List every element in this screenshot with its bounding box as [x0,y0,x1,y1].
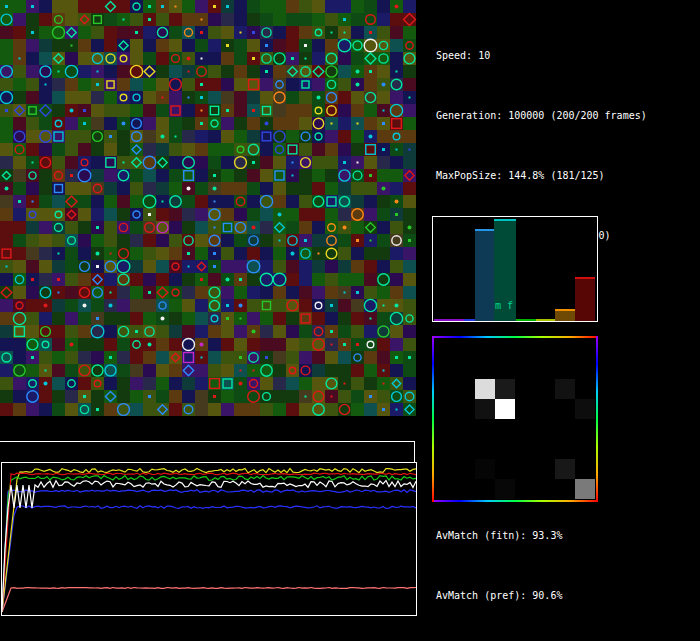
terrain-cell [299,260,312,273]
terrain-cell [182,143,195,156]
terrain-cell [169,364,182,377]
organism [109,304,113,308]
terrain-cell [13,260,26,273]
terrain-cell [130,260,143,273]
terrain-cell [390,260,403,273]
terrain-cell [286,39,299,52]
matrix-cell [435,359,455,379]
terrain-cell [195,377,208,390]
terrain-cell [377,390,390,403]
terrain-cell [52,91,65,104]
terrain-cell [286,78,299,91]
terrain-cell [286,130,299,143]
terrain-cell [130,221,143,234]
matrix-cell [435,399,455,419]
organism [83,109,86,112]
terrain-cell [104,208,117,221]
terrain-cell [338,182,351,195]
organism [148,18,151,21]
terrain-cell [377,156,390,169]
terrain-cell [221,286,234,299]
terrain-cell [26,260,39,273]
terrain-cell [403,195,416,208]
matrix-cell [475,419,495,439]
terrain-cell [91,169,104,182]
terrain-cell [208,364,221,377]
terrain-cell [221,195,234,208]
terrain-cell [78,234,91,247]
organism [383,110,385,112]
species-bar-orange [555,309,575,321]
terrain-cell [208,39,221,52]
terrain-cell [247,91,260,104]
terrain-cell [143,104,156,117]
terrain-cell [338,325,351,338]
terrain-cell [130,247,143,260]
terrain-cell [273,130,286,143]
terrain-cell [52,104,65,117]
terrain-cell [247,182,260,195]
terrain-cell [182,39,195,52]
terrain-cell [104,143,117,156]
terrain-cell [130,182,143,195]
terrain-cell [299,299,312,312]
terrain-cell [156,65,169,78]
terrain-cell [273,0,286,13]
organism [96,408,99,411]
terrain-cell [130,195,143,208]
terrain-cell [156,52,169,65]
species-bar-yellowgreen [536,319,555,321]
terrain-cell [338,104,351,117]
organism [343,226,347,230]
terrain-cell [221,182,234,195]
terrain-cell [104,182,117,195]
matrix-cell [515,379,535,399]
matrix-cell [495,399,515,419]
terrain-cell [65,52,78,65]
organism [122,122,126,126]
terrain-cell [130,312,143,325]
stat-avmatch-pref: AvMatch (pref): 90.6% [436,586,696,606]
terrain-cell [156,117,169,130]
terrain-cell [26,377,39,390]
terrain-cell [221,169,234,182]
organism [109,356,112,359]
terrain-cell [312,52,325,65]
simulation-world-view[interactable] [0,0,417,417]
world-canvas[interactable] [0,0,417,417]
matrix-cell [555,379,575,399]
terrain-cell [0,52,13,65]
terrain-cell [117,286,130,299]
organism [240,370,242,372]
terrain-cell [182,312,195,325]
terrain-cell [273,104,286,117]
terrain-cell [260,403,273,416]
organism [5,5,8,8]
organism [213,5,216,8]
terrain-cell [286,104,299,117]
terrain-cell [364,351,377,364]
terrain-cell [299,377,312,390]
organism [265,44,268,47]
matrix-cell [435,479,455,499]
terrain-cell [390,91,403,104]
terrain-cell [143,117,156,130]
organism [200,83,203,86]
terrain-cell [130,403,143,416]
terrain-cell [403,286,416,299]
terrain-cell [39,312,52,325]
terrain-cell [351,390,364,403]
terrain-cell [286,403,299,416]
terrain-cell [234,338,247,351]
organism [96,83,99,86]
organism [252,330,256,334]
terrain-cell [364,377,377,390]
terrain-cell [208,130,221,143]
terrain-cell [325,208,338,221]
organism [370,318,372,320]
organism [109,135,112,138]
terrain-cell [130,169,143,182]
terrain-cell [78,325,91,338]
terrain-cell [338,247,351,260]
terrain-cell [195,234,208,247]
